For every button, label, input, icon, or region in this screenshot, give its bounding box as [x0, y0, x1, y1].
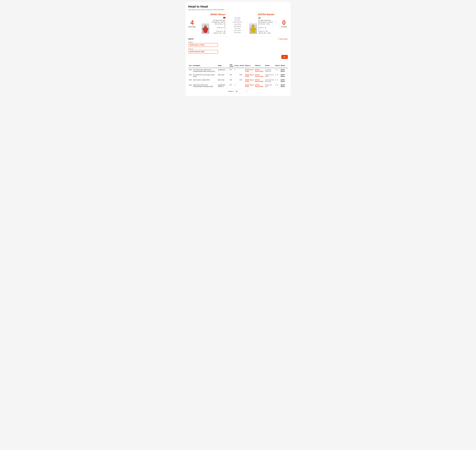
table-header-row: Year EventName Stage Sub-Event Group Rou… — [188, 63, 288, 68]
player-b-name: BATRA Manika — [258, 13, 274, 16]
player-a-year-matches: 18 (W: 16, L: 2) — [217, 27, 226, 28]
cell-games: 11:3 11:8 13:15 11:7 — [265, 68, 275, 73]
cell-result: 4 - 0 — [275, 73, 280, 78]
go-button[interactable]: Go — [281, 55, 288, 59]
reset-icon: ↺ — [278, 38, 279, 40]
player-a-score: 4 — [190, 19, 194, 26]
col-stage: Stage — [217, 63, 229, 68]
clear-filters-label: Clear filters — [280, 38, 288, 40]
cell-player-b: BATRA Manika (IND) — [255, 78, 265, 83]
cell-winner: WANG Manyu — [280, 73, 288, 78]
cell-group — [234, 78, 239, 83]
cell-event: Asian Games, Jakarta (INA) — [192, 78, 217, 83]
cell-games: 11:2 11:8 11:8 6:11 11:4 — [265, 78, 275, 83]
table-row: 2018 Asian Games, Jakarta (INA) Main Dra… — [188, 78, 288, 83]
h2h-section: 4 100 % Wins WANG Manyu 🇨🇳 25 | Right-Ha — [188, 13, 288, 34]
main-container: Head to Head Type Players' name to get a… — [185, 2, 291, 96]
col-round: Round — [239, 63, 244, 68]
player-b-year-matches: 18 (W: 9, L: 9) — [258, 27, 266, 28]
player-a-wins-pct: 100 % Wins — [189, 26, 196, 28]
player-b-score: 0 — [282, 19, 286, 26]
cell-event: ITTF World Tour Korea Open, Busan (KOR) — [192, 73, 217, 78]
cell-games: 12:10 11:9 11:5 — [265, 83, 275, 88]
cell-event: World Team Table Tennis Championships, H… — [192, 83, 217, 88]
cell-group — [234, 73, 239, 78]
cell-games: 11:8 11:4 11:7 13:11 — [265, 73, 275, 78]
cell-player-b: BATRA Manika (IND) — [255, 68, 265, 73]
search-section: Search: ↺ Clear filters Player A Player … — [188, 38, 288, 59]
player-a-year-titles: 1 — [225, 29, 226, 30]
cell-year: 2018 — [188, 78, 192, 83]
results-table-section: Year EventName Stage Sub-Event Group Rou… — [188, 63, 288, 93]
player-a-last-rank: #2 (Week/Year: 15/2024) — [212, 21, 226, 23]
table-row: 2019 ITTF World Tour Korea Open, Busan (… — [188, 73, 288, 78]
cell-round — [239, 83, 244, 88]
cell-sub-event: WS — [229, 78, 234, 83]
center-label-rank: Last Rank — [235, 19, 240, 21]
col-event: EventName — [192, 63, 217, 68]
player-a-group: WANG Manyu 🇨🇳 25 | Right-Hand Attack #2 … — [202, 13, 226, 34]
svg-point-2 — [204, 26, 207, 30]
player-a-score-section: 4 100 % Wins — [188, 13, 196, 34]
player-b-input[interactable] — [188, 50, 218, 53]
player-a-field-group: Player A — [188, 41, 288, 47]
player-b-year-points: 1296 (W: 660, L: 636) — [258, 32, 270, 34]
page-title: Head to Head — [188, 5, 288, 8]
player-a-flag: 🇨🇳 — [223, 17, 226, 19]
cell-player-b: BATRA Manika (IND) — [255, 73, 265, 78]
col-year: Year — [188, 63, 192, 68]
player-b-field-label: Player B — [188, 48, 288, 50]
center-label-year-matches: Year Matches — [234, 25, 241, 27]
center-label-career-matches: Career Matches — [233, 21, 242, 23]
player-b-wins-pct: 0 % Wins — [281, 26, 287, 28]
cell-result: 4 - 1 — [275, 78, 280, 83]
center-label-age: Age | Style — [234, 17, 240, 19]
go-btn-container: Go — [188, 55, 288, 59]
cell-player-a: WANG Manyu (CHN) — [244, 73, 255, 78]
cell-sub-event: WS — [229, 73, 234, 78]
col-games: Games — [265, 63, 275, 68]
col-player-b: Player B — [255, 63, 265, 68]
display-row: Display # 102550100 — [188, 88, 288, 93]
player-b-age-style: 28 | Right-Hand Attack — [258, 20, 271, 21]
player-b-year-titles: 0 — [258, 29, 259, 30]
cell-event: ITTF World Team Table Tennis Championshi… — [192, 68, 217, 73]
svg-point-7 — [252, 26, 255, 30]
cell-group: 1 — [234, 83, 239, 88]
player-b-card: BATRA Manika 🇮🇳 28 | Right-Hand Attack #… — [258, 13, 274, 34]
cell-stage: Qualification - Division 1 — [217, 83, 229, 88]
clear-filters-button[interactable]: ↺ Clear filters — [278, 38, 288, 40]
player-a-input[interactable] — [188, 43, 218, 47]
search-label: Search: — [188, 38, 194, 40]
center-label-year-points: Year Points — [234, 32, 241, 33]
cell-winner: WANG Manyu — [280, 83, 288, 88]
results-table: Year EventName Stage Sub-Event Group Rou… — [188, 63, 288, 88]
player-b-flag: 🇮🇳 — [258, 17, 261, 19]
cell-stage: Qualification — [217, 68, 229, 73]
cell-year: 2024 — [188, 68, 192, 73]
cell-stage: Main Draw — [217, 78, 229, 83]
player-a-name: WANG Manyu — [210, 13, 226, 16]
player-b-career-matches: 637 (W: 391, L: 246) — [258, 23, 269, 25]
cell-player-b: BATRA Manika (IND) — [255, 83, 265, 88]
player-a-career-matches: 363 (W: 306, L: 57) — [215, 23, 226, 25]
cell-group: 1 — [234, 68, 239, 73]
col-group: Group — [234, 63, 239, 68]
divider-1 — [188, 36, 288, 36]
player-a-career-titles: 12 — [224, 25, 226, 26]
col-player-a: Player A — [244, 63, 255, 68]
player-a-year-games: 73 (W: 53, L: 20) — [216, 30, 226, 32]
center-label-career-titles: Career Titles — [234, 23, 241, 25]
display-label: Display # — [228, 91, 234, 92]
display-select[interactable]: 102550100 — [235, 90, 248, 93]
col-result: Result — [275, 63, 280, 68]
player-b-career-titles: 0 — [258, 25, 259, 26]
cell-player-a: WANG Manyu (CHN) — [244, 83, 255, 88]
cell-player-a: WANG Manyu (CHN) — [244, 78, 255, 83]
player-a-avatar — [202, 23, 209, 34]
center-label-year-games: Year Games — [234, 30, 241, 31]
cell-sub-event: WT — [229, 83, 234, 88]
cell-player-a: WANG Manyu (CHN) — [244, 68, 255, 73]
cell-winner: WANG Manyu — [280, 68, 288, 73]
player-b-group: BATRA Manika 🇮🇳 28 | Right-Hand Attack #… — [249, 13, 274, 34]
